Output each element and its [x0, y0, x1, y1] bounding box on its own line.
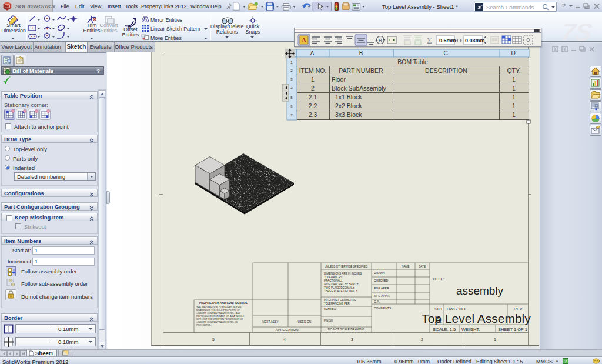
svg-text:1: 1 — [311, 76, 315, 83]
svg-text:Σ: Σ — [427, 36, 432, 45]
svg-text:FRACTIONAL±: FRACTIONAL± — [324, 279, 343, 282]
svg-text:1x1 Block: 1x1 Block — [335, 93, 362, 101]
svg-text:PROPRIETARY AND CONFIDENTIAL: PROPRIETARY AND CONFIDENTIAL — [199, 302, 248, 305]
svg-text:R: R — [379, 38, 382, 43]
svg-text:DIMENSIONS ARE IN INCHES: DIMENSIONS ARE IN INCHES — [324, 272, 362, 275]
svg-text:NAME: NAME — [402, 265, 409, 268]
svg-text:2.3: 2.3 — [309, 111, 317, 118]
svg-text:1: 1 — [512, 93, 516, 101]
svg-text:MFG APPR.: MFG APPR. — [374, 294, 390, 298]
svg-text:NEXT ASSY: NEXT ASSY — [262, 320, 279, 323]
svg-text:PROHIBITED.: PROHIBITED. — [196, 323, 212, 326]
svg-text:2: 2 — [421, 338, 423, 342]
svg-text:0.5mm: 0.5mm — [439, 38, 456, 44]
svg-text:ENG APPR.: ENG APPR. — [374, 286, 390, 290]
svg-text:3: 3 — [351, 338, 353, 342]
svg-text:TITLE:: TITLE: — [432, 277, 444, 281]
svg-text:Floor: Floor — [332, 76, 346, 83]
svg-text:Q.A.: Q.A. — [374, 300, 380, 303]
svg-text:2: 2 — [311, 85, 315, 92]
svg-text:APPLICATION: APPLICATION — [275, 328, 298, 332]
svg-text:USED ON: USED ON — [298, 320, 312, 323]
svg-text:3x3 Block: 3x3 Block — [335, 111, 362, 118]
svg-text:BOM Table: BOM Table — [397, 58, 428, 65]
svg-text:DO NOT SCALE DRAWING: DO NOT SCALE DRAWING — [328, 328, 365, 331]
svg-text:TOLERANCES:: TOLERANCES: — [324, 276, 343, 279]
svg-text:0.03mm: 0.03mm — [465, 38, 485, 44]
svg-text:assembly: assembly — [456, 285, 504, 297]
svg-text:PART NUMBER: PART NUMBER — [339, 67, 383, 74]
svg-text:INTERPRET GEOMETRIC: INTERPRET GEOMETRIC — [324, 299, 357, 302]
svg-text:DRAWN: DRAWN — [374, 271, 385, 275]
svg-text:1: 1 — [494, 338, 496, 342]
svg-text:QTY.: QTY. — [507, 67, 520, 74]
svg-text:2x2 Block: 2x2 Block — [335, 102, 362, 109]
svg-text:COMMENTS:: COMMENTS: — [374, 306, 392, 310]
svg-text:TWO PLACE DECIMAL ±: TWO PLACE DECIMAL ± — [324, 286, 355, 289]
svg-text:DWG. NO.: DWG. NO. — [447, 307, 466, 311]
svg-text:ITEM NO.: ITEM NO. — [299, 67, 327, 74]
svg-text:Block SubAssembly: Block SubAssembly — [332, 85, 387, 92]
svg-text:TOLERANCING PER:: TOLERANCING PER: — [324, 302, 350, 305]
svg-text:1: 1 — [512, 102, 516, 109]
svg-text:DESCRIPTION: DESCRIPTION — [425, 67, 467, 74]
svg-text:DATE: DATE — [419, 265, 426, 268]
svg-text:FINISH: FINISH — [324, 319, 333, 322]
svg-text:Top Level Assembly: Top Level Assembly — [422, 312, 531, 325]
svg-text:SHEET 1 OF 1: SHEET 1 OF 1 — [498, 327, 527, 332]
svg-text:1: 1 — [512, 85, 516, 92]
svg-text:B: B — [359, 50, 363, 56]
svg-text:5: 5 — [212, 338, 215, 342]
svg-text:2.1: 2.1 — [309, 93, 317, 101]
svg-text:REV: REV — [514, 307, 523, 311]
svg-text:SIZE: SIZE — [434, 307, 444, 311]
svg-text:A: A — [302, 36, 306, 44]
svg-text:D: D — [511, 50, 515, 56]
svg-text:C: C — [443, 50, 447, 56]
svg-text:1: 1 — [512, 111, 516, 118]
svg-text:CHECKED: CHECKED — [374, 279, 389, 282]
svg-text:A: A — [310, 50, 315, 56]
svg-text:WEIGHT:: WEIGHT: — [461, 327, 480, 332]
svg-text:THREE PLACE DECIMAL ±: THREE PLACE DECIMAL ± — [324, 290, 358, 293]
svg-text:2.2: 2.2 — [309, 102, 317, 109]
svg-text:SCALE: 1:5: SCALE: 1:5 — [433, 327, 456, 332]
svg-text:MATERIAL: MATERIAL — [324, 308, 337, 311]
svg-text:UNLESS OTHERWISE SPECIFIED:: UNLESS OTHERWISE SPECIFIED: — [325, 265, 368, 268]
svg-text:1: 1 — [512, 76, 516, 83]
svg-text:4: 4 — [283, 338, 286, 342]
svg-text:ANGULAR: MACH± BEND ±: ANGULAR: MACH± BEND ± — [324, 283, 359, 286]
